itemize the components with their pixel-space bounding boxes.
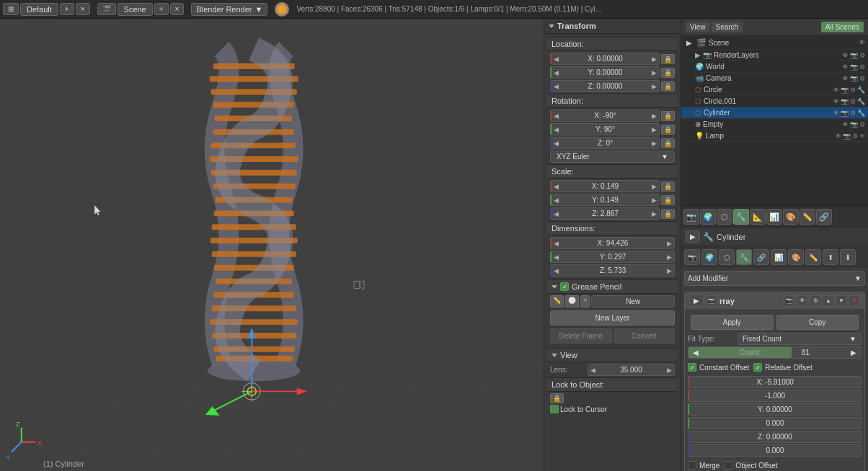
merge-checkbox[interactable]	[688, 461, 696, 470]
relative-offset-checkbox[interactable]: ✓	[753, 363, 762, 372]
mod-icon-2[interactable]: 🌍	[701, 249, 717, 265]
mod-icon-8[interactable]: ✏️	[805, 249, 821, 265]
rotation-z-field[interactable]: ◀ Z: 0° ▶	[550, 137, 660, 149]
rotation-section: Rotation:	[547, 94, 678, 108]
modifier-render-icon[interactable]: ⚙	[810, 295, 821, 307]
modifier-camera-icon[interactable]: 📷	[784, 295, 795, 307]
rel-x-field[interactable]: -1.000	[688, 390, 862, 402]
layout-add-btn[interactable]: +	[60, 3, 74, 15]
mod-icon-4[interactable]: 🔧	[736, 249, 752, 265]
rot-x-lock[interactable]: 🔒	[661, 111, 675, 121]
scale-x-lock[interactable]: 🔒	[661, 181, 675, 192]
modifier-collapse-btn[interactable]: ▶	[686, 230, 700, 243]
rel-y-field[interactable]: 0.000	[688, 417, 862, 429]
count-field[interactable]: ◀ Count: 81 ▶	[688, 346, 862, 359]
rot-z-lock[interactable]: 🔒	[661, 138, 675, 148]
const-x-field[interactable]: X: -5.91000	[688, 376, 862, 388]
render-engine-selector[interactable]: Blender Render ▼	[191, 3, 267, 16]
grease-pencil-checkbox[interactable]: ✓	[560, 282, 569, 291]
new-layer-btn[interactable]: New Layer	[550, 310, 675, 326]
scene-close-btn[interactable]: ×	[170, 3, 185, 15]
mod-icon-10[interactable]: ⬇	[840, 249, 856, 265]
grease-new-btn[interactable]: New	[591, 295, 675, 308]
tree-item-cylinder[interactable]: ⬡ Cylinder 👁 📷 ⚙ 🔧	[681, 107, 868, 119]
props-constraint-icon[interactable]: 📐	[750, 209, 766, 225]
modifier-down-icon[interactable]: ▼	[836, 295, 847, 307]
viewport[interactable]: User Ortho	[0, 19, 544, 471]
object-offset-checkbox[interactable]	[724, 461, 732, 470]
modifier-delete-icon[interactable]: ✕	[849, 295, 860, 307]
tree-item-scene[interactable]: ▶ 🎬 Scene 👁	[681, 36, 868, 50]
props-data-icon[interactable]: 📊	[766, 209, 782, 225]
location-z-field[interactable]: ◀ Z: 0.00000 ▶	[550, 80, 660, 92]
lock-cursor-checkbox[interactable]	[550, 405, 559, 413]
scene-add-btn[interactable]: +	[154, 3, 169, 15]
grease-color-icon[interactable]: ⚪	[565, 295, 579, 308]
loc-z-lock[interactable]: 🔒	[661, 81, 675, 91]
lock-to-object-icon[interactable]: 🔒	[550, 393, 564, 403]
scale-z-lock[interactable]: 🔒	[661, 209, 675, 219]
mod-icon-7[interactable]: 🎨	[788, 249, 804, 265]
props-particles-icon[interactable]: 🔗	[816, 209, 832, 225]
props-object-icon[interactable]: ⬡	[717, 209, 732, 225]
layout-icon-btn[interactable]: ⊞	[3, 3, 19, 15]
tree-item-empty[interactable]: ⊕ Empty 👁 📷 ⚙	[681, 119, 868, 130]
modifier-toggle-btn[interactable]: ▶	[689, 295, 704, 307]
props-world-icon[interactable]: 🌍	[700, 209, 716, 225]
loc-x-lock[interactable]: 🔒	[661, 54, 675, 64]
mod-icon-1[interactable]: 📷	[684, 249, 700, 265]
const-z-field[interactable]: Z: 0.00000	[688, 431, 862, 443]
mod-icon-3[interactable]: ⬡	[719, 249, 735, 265]
scale-z-field[interactable]: ◀ Z: 2.867 ▶	[550, 207, 660, 220]
outliner-search-tab[interactable]: Search	[712, 22, 743, 32]
props-material-icon[interactable]: 🎨	[783, 209, 799, 225]
tree-item-camera[interactable]: 📹 Camera 👁 📷 ⚙	[681, 73, 868, 84]
scene-icon-btn[interactable]: 🎬	[97, 3, 116, 15]
lens-field[interactable]: ◀ 35.000 ▶	[588, 364, 675, 376]
copy-btn[interactable]: Copy	[776, 315, 859, 330]
rotation-y-field[interactable]: ◀ Y: 90° ▶	[550, 123, 660, 135]
props-texture-icon[interactable]: ✏️	[800, 209, 815, 225]
count-arrow-right: ▶	[851, 349, 856, 356]
tree-item-circle001[interactable]: ⬡ Circle.001 👁 📷 ⚙ 🔧	[681, 96, 868, 107]
tree-item-renderlayers[interactable]: ▶ 📷 RenderLayers 👁 📷 ⚙	[681, 50, 868, 61]
scale-y-lock[interactable]: 🔒	[661, 195, 675, 205]
grease-add-icon[interactable]: +	[580, 295, 590, 308]
loc-y-lock[interactable]: 🔒	[661, 68, 675, 78]
fit-type-dropdown[interactable]: Fixed Count ▼	[738, 333, 862, 345]
add-modifier-btn[interactable]: Add Modifier ▼	[684, 271, 865, 286]
delete-frame-btn[interactable]: Delete Frame	[550, 328, 612, 344]
modifier-eye-icon[interactable]: 👁	[797, 295, 808, 307]
mod-icon-5[interactable]: 🔗	[753, 249, 769, 265]
tree-item-circle[interactable]: ⬡ Circle 👁 📷 ⚙ 🔧	[681, 84, 868, 96]
tree-item-lamp[interactable]: 💡 Lamp 👁 📷 ⚙ ☀	[681, 130, 868, 142]
all-scenes-tab[interactable]: All Scenes	[821, 22, 864, 32]
location-y-field[interactable]: ◀ Y: 0.00000 ▶	[550, 66, 660, 78]
layout-close-btn[interactable]: ×	[76, 3, 90, 15]
props-modifier-icon[interactable]: 🔧	[733, 209, 749, 225]
grease-pencil-icon[interactable]: ✏️	[550, 295, 564, 308]
empty-label: Empty	[703, 120, 723, 128]
euler-dropdown[interactable]: XYZ Euler ▼	[550, 151, 675, 163]
apply-btn[interactable]: Apply	[691, 315, 774, 330]
rot-y-lock[interactable]: 🔒	[661, 125, 675, 135]
tree-item-world[interactable]: 🌍 World 👁 📷 ⚙	[681, 61, 868, 73]
const-y-field[interactable]: Y: 0.00000	[688, 403, 862, 416]
rotation-x-field[interactable]: ◀ X: -90° ▶	[550, 109, 660, 122]
props-scene-icon[interactable]: 📷	[683, 209, 699, 225]
mod-icon-9[interactable]: ⬆	[823, 249, 838, 265]
scale-x-field[interactable]: ◀ X: 0.149 ▶	[550, 180, 660, 192]
constant-offset-checkbox[interactable]: ✓	[688, 363, 696, 372]
outliner-view-tab[interactable]: View	[686, 22, 710, 32]
scale-y-field[interactable]: ◀ Y: 0.149 ▶	[550, 194, 660, 206]
dim-y-field[interactable]: ◀ Y: 0.297 ▶	[550, 251, 675, 263]
dim-x-field[interactable]: ◀ X: 94.426 ▶	[550, 237, 675, 249]
loc-y-value: Y: 0.00000	[588, 68, 623, 76]
dim-z-field[interactable]: ◀ Z: 5.733 ▶	[550, 264, 675, 277]
modifier-up-icon[interactable]: ▲	[823, 295, 834, 307]
mod-icon-6[interactable]: 📊	[771, 249, 787, 265]
rel-z-field[interactable]: 0.000	[688, 444, 862, 457]
location-x-field[interactable]: ◀ X: 0.00000 ▶	[550, 53, 660, 65]
modifier-camera-btn[interactable]: 📷	[706, 295, 717, 307]
convert-btn[interactable]: Convert	[614, 328, 676, 344]
